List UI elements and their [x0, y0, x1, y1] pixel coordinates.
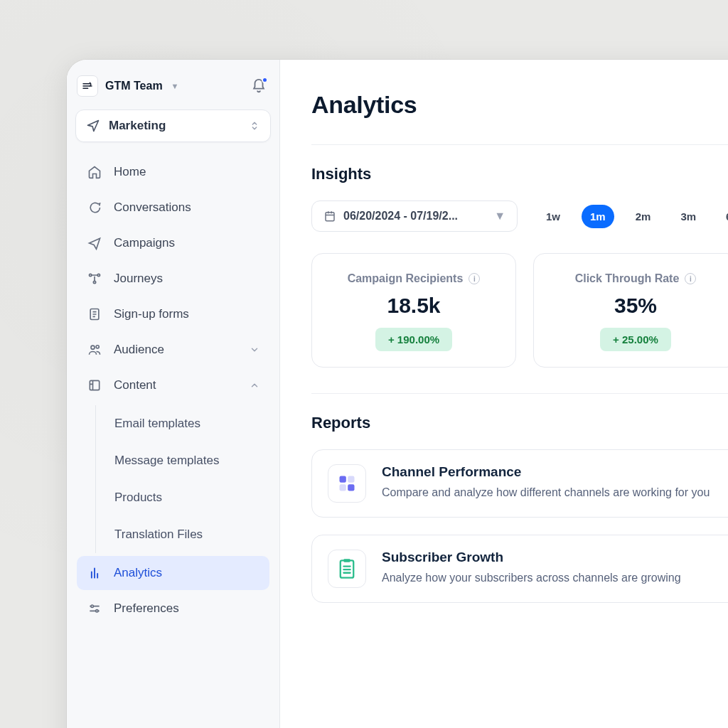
notification-dot: [262, 77, 268, 83]
metric-value: 35%: [547, 294, 724, 318]
clipboard-icon: [328, 550, 366, 588]
primary-nav: Home Conversations Campaigns Journeys Si…: [75, 155, 271, 626]
metric-delta: + 190.00%: [375, 328, 452, 351]
svg-point-8: [96, 610, 98, 612]
content-submenu: Email templates Message templates Produc…: [95, 405, 269, 553]
svg-point-5: [96, 346, 99, 348]
svg-point-1: [97, 274, 100, 276]
sidebar-item-label: Campaigns: [114, 236, 175, 250]
period-6m[interactable]: 6m: [717, 205, 728, 228]
team-switcher[interactable]: GTM Team ▼: [77, 75, 179, 97]
form-icon: [87, 307, 102, 321]
flow-icon: [87, 272, 102, 286]
svg-rect-12: [340, 484, 346, 491]
reports-list: Channel Performance Compare and analyze …: [311, 449, 728, 603]
sidebar-item-signup-forms[interactable]: Sign-up forms: [77, 297, 269, 331]
svg-rect-9: [326, 213, 334, 221]
report-description: Compare and analyze how different channe…: [382, 484, 710, 501]
report-title: Subscriber Growth: [382, 550, 681, 565]
date-range-picker[interactable]: 06/20/2024 - 07/19/2... ▼: [311, 200, 518, 232]
period-3m[interactable]: 3m: [672, 205, 705, 228]
calendar-icon: [323, 210, 336, 223]
sidebar-item-label: Translation Files: [114, 528, 203, 542]
sidebar-item-journeys[interactable]: Journeys: [77, 262, 269, 296]
sidebar-item-label: Journeys: [114, 272, 163, 286]
metric-label: Click Through Rate: [575, 272, 680, 285]
date-range-value: 06/20/2024 - 07/19/2...: [343, 210, 458, 223]
report-channel-performance[interactable]: Channel Performance Compare and analyze …: [311, 449, 728, 518]
period-1m[interactable]: 1m: [582, 205, 614, 228]
metric-value: 18.5k: [325, 294, 503, 318]
team-switcher-row: GTM Team ▼: [75, 71, 271, 107]
sidebar: GTM Team ▼ Marketing Home: [67, 60, 280, 728]
sidebar-item-label: Conversations: [114, 200, 191, 215]
sidebar-item-label: Audience: [114, 343, 164, 357]
sidebar-item-campaigns[interactable]: Campaigns: [77, 226, 269, 260]
page-title: Analytics: [311, 91, 728, 119]
sidebar-item-audience[interactable]: Audience: [77, 333, 269, 367]
sidebar-item-analytics[interactable]: Analytics: [77, 556, 269, 590]
svg-rect-6: [90, 380, 99, 390]
app-window: GTM Team ▼ Marketing Home: [67, 60, 728, 728]
workspace-label: Marketing: [109, 119, 240, 133]
team-name: GTM Team: [105, 80, 163, 92]
sidebar-item-message-templates[interactable]: Message templates: [99, 442, 269, 479]
metric-delta: + 25.00%: [600, 328, 671, 351]
report-body: Channel Performance Compare and analyze …: [382, 464, 710, 501]
sidebar-item-label: Home: [114, 165, 146, 179]
sidebar-item-content[interactable]: Content: [77, 368, 269, 402]
sidebar-item-label: Sign-up forms: [114, 307, 189, 321]
chevron-down-icon: [250, 345, 259, 355]
sidebar-item-label: Preferences: [114, 601, 179, 616]
brand-logo: [77, 75, 98, 97]
svg-rect-11: [348, 476, 354, 483]
sidebar-item-home[interactable]: Home: [77, 155, 269, 189]
workspace-selector[interactable]: Marketing: [75, 109, 271, 142]
metric-card-recipients[interactable]: Campaign Recipients i 18.5k + 190.00%: [311, 253, 516, 368]
send-icon: [87, 236, 102, 250]
notifications-button[interactable]: [251, 78, 267, 94]
svg-point-7: [91, 605, 93, 607]
period-1w[interactable]: 1w: [537, 205, 569, 228]
svg-rect-15: [343, 559, 350, 562]
report-description: Analyze how your subscribers across chan…: [382, 569, 681, 587]
info-icon[interactable]: i: [685, 273, 696, 284]
svg-rect-13: [348, 484, 354, 491]
sidebar-item-products[interactable]: Products: [99, 479, 269, 516]
chart-icon: [87, 566, 102, 580]
sidebar-item-label: Content: [114, 378, 156, 392]
grid-icon: [328, 464, 366, 503]
layout-icon: [87, 378, 102, 392]
chevrons-up-down-icon: [249, 120, 260, 132]
sidebar-item-preferences[interactable]: Preferences: [77, 592, 269, 626]
insights-heading: Insights: [311, 165, 728, 183]
paper-plane-icon: [86, 119, 100, 133]
info-icon[interactable]: i: [469, 273, 480, 284]
insights-controls: 06/20/2024 - 07/19/2... ▼ 1w 1m 2m 3m 6m…: [311, 200, 728, 232]
chat-icon: [87, 200, 102, 215]
sidebar-item-label: Analytics: [114, 566, 162, 580]
report-title: Channel Performance: [382, 464, 710, 480]
period-2m[interactable]: 2m: [627, 205, 660, 228]
period-toggle: 1w 1m 2m 3m 6m 1y: [537, 205, 728, 228]
sidebar-item-email-templates[interactable]: Email templates: [99, 405, 269, 442]
chevron-up-icon: [250, 380, 259, 390]
sidebar-item-label: Email templates: [114, 417, 200, 431]
metric-label: Campaign Recipients: [348, 272, 464, 285]
reports-heading: Reports: [311, 414, 728, 432]
report-subscriber-growth[interactable]: Subscriber Growth Analyze how your subsc…: [311, 535, 728, 603]
svg-rect-10: [340, 476, 346, 483]
svg-point-0: [90, 274, 92, 276]
caret-down-icon: ▼: [494, 210, 505, 223]
sidebar-item-conversations[interactable]: Conversations: [77, 191, 269, 225]
sliders-icon: [87, 601, 102, 616]
report-body: Subscriber Growth Analyze how your subsc…: [382, 550, 681, 587]
divider: [311, 393, 728, 394]
svg-point-4: [91, 346, 95, 349]
caret-down-icon: ▼: [171, 82, 179, 90]
metric-cards: Campaign Recipients i 18.5k + 190.00% Cl…: [311, 253, 728, 368]
metric-card-ctr[interactable]: Click Through Rate i 35% + 25.00%: [533, 253, 728, 368]
sidebar-item-translation-files[interactable]: Translation Files: [99, 516, 269, 553]
home-icon: [87, 165, 102, 179]
divider: [311, 144, 728, 145]
